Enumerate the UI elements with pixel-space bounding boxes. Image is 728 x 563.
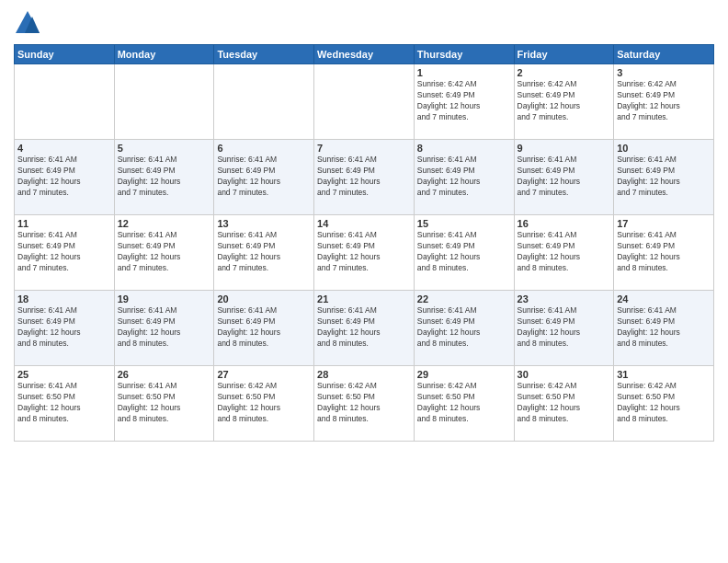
calendar-cell [114, 64, 214, 140]
day-number: 26 [118, 369, 211, 380]
calendar-cell: 29Sunrise: 6:42 AM Sunset: 6:50 PM Dayli… [414, 366, 514, 442]
calendar-cell: 1Sunrise: 6:42 AM Sunset: 6:49 PM Daylig… [414, 64, 514, 140]
col-header-saturday: Saturday [614, 45, 714, 64]
calendar-cell: 15Sunrise: 6:41 AM Sunset: 6:49 PM Dayli… [414, 215, 514, 291]
calendar-cell: 12Sunrise: 6:41 AM Sunset: 6:49 PM Dayli… [114, 215, 214, 291]
day-number: 4 [17, 143, 111, 154]
calendar-cell: 2Sunrise: 6:42 AM Sunset: 6:49 PM Daylig… [514, 64, 614, 140]
day-info: Sunrise: 6:41 AM Sunset: 6:49 PM Dayligh… [217, 155, 311, 199]
day-info: Sunrise: 6:42 AM Sunset: 6:49 PM Dayligh… [518, 79, 611, 123]
day-info: Sunrise: 6:41 AM Sunset: 6:49 PM Dayligh… [617, 230, 711, 274]
logo-icon [14, 9, 41, 37]
day-info: Sunrise: 6:41 AM Sunset: 6:49 PM Dayligh… [118, 230, 211, 274]
calendar-cell: 24Sunrise: 6:41 AM Sunset: 6:49 PM Dayli… [614, 291, 714, 366]
calendar-cell: 11Sunrise: 6:41 AM Sunset: 6:49 PM Dayli… [15, 215, 115, 291]
calendar-cell: 3Sunrise: 6:42 AM Sunset: 6:49 PM Daylig… [614, 64, 714, 140]
day-info: Sunrise: 6:42 AM Sunset: 6:50 PM Dayligh… [317, 381, 411, 425]
calendar-cell: 5Sunrise: 6:41 AM Sunset: 6:49 PM Daylig… [114, 140, 214, 215]
day-number: 8 [417, 143, 511, 154]
calendar-header-row: SundayMondayTuesdayWednesdayThursdayFrid… [15, 45, 714, 64]
calendar-cell: 20Sunrise: 6:41 AM Sunset: 6:49 PM Dayli… [214, 291, 314, 366]
col-header-tuesday: Tuesday [214, 45, 314, 64]
day-number: 3 [617, 67, 711, 78]
day-number: 29 [417, 369, 511, 380]
day-info: Sunrise: 6:41 AM Sunset: 6:49 PM Dayligh… [617, 305, 711, 350]
day-number: 23 [518, 293, 611, 304]
day-number: 12 [118, 218, 211, 229]
day-number: 19 [118, 293, 211, 304]
day-info: Sunrise: 6:41 AM Sunset: 6:49 PM Dayligh… [518, 230, 611, 274]
day-info: Sunrise: 6:41 AM Sunset: 6:49 PM Dayligh… [17, 305, 111, 350]
day-info: Sunrise: 6:41 AM Sunset: 6:49 PM Dayligh… [217, 230, 311, 274]
calendar-cell: 19Sunrise: 6:41 AM Sunset: 6:49 PM Dayli… [114, 291, 214, 366]
day-info: Sunrise: 6:41 AM Sunset: 6:49 PM Dayligh… [617, 155, 711, 199]
day-info: Sunrise: 6:41 AM Sunset: 6:50 PM Dayligh… [17, 381, 111, 425]
day-number: 7 [317, 143, 411, 154]
calendar-table: SundayMondayTuesdayWednesdayThursdayFrid… [14, 44, 714, 442]
calendar-cell: 31Sunrise: 6:42 AM Sunset: 6:50 PM Dayli… [614, 366, 714, 442]
calendar-cell: 9Sunrise: 6:41 AM Sunset: 6:49 PM Daylig… [514, 140, 614, 215]
day-number: 31 [617, 369, 711, 380]
calendar-cell: 4Sunrise: 6:41 AM Sunset: 6:49 PM Daylig… [15, 140, 115, 215]
calendar-week-row: 4Sunrise: 6:41 AM Sunset: 6:49 PM Daylig… [15, 140, 714, 215]
calendar-cell: 27Sunrise: 6:42 AM Sunset: 6:50 PM Dayli… [214, 366, 314, 442]
day-number: 28 [317, 369, 411, 380]
day-info: Sunrise: 6:41 AM Sunset: 6:49 PM Dayligh… [17, 230, 111, 274]
day-number: 14 [317, 218, 411, 229]
calendar-cell: 13Sunrise: 6:41 AM Sunset: 6:49 PM Dayli… [214, 215, 314, 291]
day-number: 16 [518, 218, 611, 229]
day-info: Sunrise: 6:41 AM Sunset: 6:49 PM Dayligh… [118, 155, 211, 199]
calendar-cell: 18Sunrise: 6:41 AM Sunset: 6:49 PM Dayli… [15, 291, 115, 366]
calendar-cell: 17Sunrise: 6:41 AM Sunset: 6:49 PM Dayli… [614, 215, 714, 291]
col-header-sunday: Sunday [15, 45, 115, 64]
day-info: Sunrise: 6:42 AM Sunset: 6:50 PM Dayligh… [417, 381, 511, 425]
day-info: Sunrise: 6:41 AM Sunset: 6:49 PM Dayligh… [417, 305, 511, 350]
col-header-wednesday: Wednesday [314, 45, 415, 64]
col-header-thursday: Thursday [414, 45, 514, 64]
col-header-friday: Friday [514, 45, 614, 64]
calendar-cell: 30Sunrise: 6:42 AM Sunset: 6:50 PM Dayli… [514, 366, 614, 442]
day-number: 27 [217, 369, 311, 380]
day-number: 30 [518, 369, 611, 380]
calendar-week-row: 11Sunrise: 6:41 AM Sunset: 6:49 PM Dayli… [15, 215, 714, 291]
day-number: 15 [417, 218, 511, 229]
day-number: 11 [17, 218, 111, 229]
calendar-cell: 14Sunrise: 6:41 AM Sunset: 6:49 PM Dayli… [314, 215, 415, 291]
day-number: 10 [617, 143, 711, 154]
day-number: 25 [17, 369, 111, 380]
day-number: 20 [217, 293, 311, 304]
header [14, 9, 714, 37]
day-number: 13 [217, 218, 311, 229]
calendar-week-row: 25Sunrise: 6:41 AM Sunset: 6:50 PM Dayli… [15, 366, 714, 442]
calendar-cell: 8Sunrise: 6:41 AM Sunset: 6:49 PM Daylig… [414, 140, 514, 215]
calendar-week-row: 18Sunrise: 6:41 AM Sunset: 6:49 PM Dayli… [15, 291, 714, 366]
day-info: Sunrise: 6:42 AM Sunset: 6:50 PM Dayligh… [617, 381, 711, 425]
day-number: 2 [518, 67, 611, 78]
day-info: Sunrise: 6:41 AM Sunset: 6:49 PM Dayligh… [317, 305, 411, 350]
day-info: Sunrise: 6:41 AM Sunset: 6:49 PM Dayligh… [17, 155, 111, 199]
day-info: Sunrise: 6:41 AM Sunset: 6:49 PM Dayligh… [417, 230, 511, 274]
day-info: Sunrise: 6:41 AM Sunset: 6:49 PM Dayligh… [417, 155, 511, 199]
day-number: 24 [617, 293, 711, 304]
day-info: Sunrise: 6:41 AM Sunset: 6:49 PM Dayligh… [518, 155, 611, 199]
day-info: Sunrise: 6:41 AM Sunset: 6:49 PM Dayligh… [317, 155, 411, 199]
day-info: Sunrise: 6:41 AM Sunset: 6:49 PM Dayligh… [518, 305, 611, 350]
calendar-cell: 28Sunrise: 6:42 AM Sunset: 6:50 PM Dayli… [314, 366, 415, 442]
calendar-cell: 16Sunrise: 6:41 AM Sunset: 6:49 PM Dayli… [514, 215, 614, 291]
calendar-cell [15, 64, 115, 140]
calendar-cell [314, 64, 415, 140]
calendar-cell: 25Sunrise: 6:41 AM Sunset: 6:50 PM Dayli… [15, 366, 115, 442]
day-number: 9 [518, 143, 611, 154]
day-number: 22 [417, 293, 511, 304]
calendar-cell: 23Sunrise: 6:41 AM Sunset: 6:49 PM Dayli… [514, 291, 614, 366]
day-number: 21 [317, 293, 411, 304]
calendar-cell: 21Sunrise: 6:41 AM Sunset: 6:49 PM Dayli… [314, 291, 415, 366]
calendar-cell: 22Sunrise: 6:41 AM Sunset: 6:49 PM Dayli… [414, 291, 514, 366]
logo [14, 9, 45, 37]
day-info: Sunrise: 6:42 AM Sunset: 6:49 PM Dayligh… [617, 79, 711, 123]
day-number: 6 [217, 143, 311, 154]
day-info: Sunrise: 6:41 AM Sunset: 6:49 PM Dayligh… [317, 230, 411, 274]
day-info: Sunrise: 6:42 AM Sunset: 6:50 PM Dayligh… [518, 381, 611, 425]
day-info: Sunrise: 6:41 AM Sunset: 6:49 PM Dayligh… [217, 305, 311, 350]
calendar-cell: 6Sunrise: 6:41 AM Sunset: 6:49 PM Daylig… [214, 140, 314, 215]
